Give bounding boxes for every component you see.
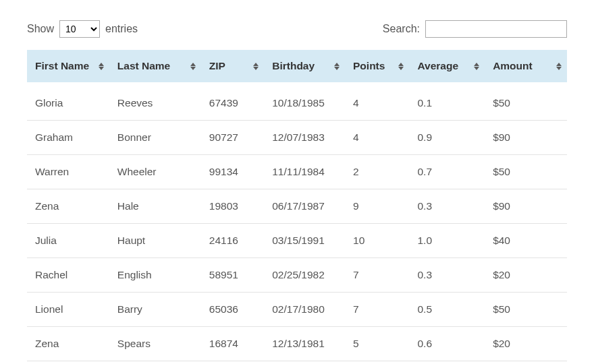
sort-icon [474, 63, 479, 70]
col-birthday[interactable]: Birthday [264, 50, 345, 82]
cell-points: 4 [345, 82, 409, 121]
sort-icon [334, 63, 340, 70]
table-row: JuliaHaupt2411603/15/1991101.0$40 [27, 224, 567, 258]
col-first-name-label: First Name [35, 60, 89, 72]
col-zip[interactable]: ZIP [201, 50, 264, 82]
cell-birthday: 11/11/1984 [264, 155, 345, 189]
cell-points: 7 [345, 258, 409, 293]
cell-first-name: Julia [27, 224, 109, 258]
cell-birthday: 02/17/1980 [264, 293, 345, 327]
cell-first-name: Lionel [27, 293, 109, 327]
search-control: Search: [383, 20, 567, 38]
sort-icon [398, 63, 404, 70]
cell-zip: 99134 [201, 155, 264, 189]
col-average-label: Average [417, 60, 458, 72]
cell-first-name: Zena [27, 327, 109, 361]
table-row: RachelEnglish5895102/25/198270.3$20 [27, 258, 567, 293]
cell-last-name: Hale [109, 189, 201, 224]
cell-last-name: Haupt [109, 224, 201, 258]
cell-last-name: English [109, 258, 201, 293]
cell-points: 7 [345, 293, 409, 327]
table-row: ZenaSpears1687412/13/198150.6$20 [27, 327, 567, 361]
cell-average: 0.5 [409, 293, 485, 327]
cell-last-name: Reeves [109, 82, 201, 121]
table-row: ZenaHale1980306/17/198790.3$90 [27, 189, 567, 224]
table-row: GloriaReeves6743910/18/198540.1$50 [27, 82, 567, 121]
cell-amount: $50 [485, 293, 567, 327]
col-amount-label: Amount [493, 60, 533, 72]
cell-first-name: Zena [27, 189, 109, 224]
table-controls: Show 102550100 entries Search: [27, 20, 567, 38]
cell-zip: 65036 [201, 293, 264, 327]
cell-amount: $50 [485, 155, 567, 189]
cell-zip: 19803 [201, 189, 264, 224]
col-first-name[interactable]: First Name [27, 50, 109, 82]
col-zip-label: ZIP [209, 60, 225, 72]
cell-points: 2 [345, 155, 409, 189]
cell-average: 0.3 [409, 258, 485, 293]
cell-last-name: Barry [109, 293, 201, 327]
cell-first-name: Gloria [27, 82, 109, 121]
cell-amount: $50 [485, 82, 567, 121]
cell-amount: $90 [485, 189, 567, 224]
col-last-name-label: Last Name [117, 60, 170, 72]
cell-average: 1.0 [409, 224, 485, 258]
cell-amount: $90 [485, 121, 567, 155]
cell-average: 0.9 [409, 121, 485, 155]
col-points[interactable]: Points [345, 50, 409, 82]
cell-average: 0.1 [409, 82, 485, 121]
cell-last-name: Wheeler [109, 155, 201, 189]
cell-points: 4 [345, 121, 409, 155]
cell-points: 10 [345, 224, 409, 258]
cell-first-name: Graham [27, 121, 109, 155]
cell-first-name: Rachel [27, 258, 109, 293]
entries-select[interactable]: 102550100 [59, 20, 100, 38]
cell-average: 0.7 [409, 155, 485, 189]
entries-label: entries [105, 23, 138, 35]
search-label: Search: [383, 23, 420, 35]
sort-icon [556, 63, 562, 70]
sort-icon [253, 63, 259, 70]
cell-birthday: 12/13/1981 [264, 327, 345, 361]
cell-birthday: 12/07/1983 [264, 121, 345, 155]
cell-birthday: 02/25/1982 [264, 258, 345, 293]
cell-birthday: 06/17/1987 [264, 189, 345, 224]
cell-average: 0.3 [409, 189, 485, 224]
cell-birthday: 10/18/1985 [264, 82, 345, 121]
table-row: WarrenWheeler9913411/11/198420.7$50 [27, 155, 567, 189]
cell-first-name: Warren [27, 155, 109, 189]
col-average[interactable]: Average [409, 50, 485, 82]
search-input[interactable] [425, 20, 567, 38]
data-table: First Name Last Name ZIP [27, 50, 567, 361]
show-label: Show [27, 23, 54, 35]
cell-amount: $20 [485, 258, 567, 293]
col-last-name[interactable]: Last Name [109, 50, 201, 82]
entries-length-control: Show 102550100 entries [27, 20, 138, 38]
cell-points: 9 [345, 189, 409, 224]
cell-zip: 24116 [201, 224, 264, 258]
col-points-label: Points [353, 60, 385, 72]
table-row: GrahamBonner9072712/07/198340.9$90 [27, 121, 567, 155]
sort-icon [99, 63, 104, 70]
col-amount[interactable]: Amount [485, 50, 567, 82]
cell-zip: 67439 [201, 82, 264, 121]
cell-zip: 16874 [201, 327, 264, 361]
cell-amount: $40 [485, 224, 567, 258]
cell-amount: $20 [485, 327, 567, 361]
cell-last-name: Spears [109, 327, 201, 361]
cell-points: 5 [345, 327, 409, 361]
cell-last-name: Bonner [109, 121, 201, 155]
cell-zip: 90727 [201, 121, 264, 155]
table-row: LionelBarry6503602/17/198070.5$50 [27, 293, 567, 327]
cell-zip: 58951 [201, 258, 264, 293]
sort-icon [190, 63, 196, 70]
cell-average: 0.6 [409, 327, 485, 361]
col-birthday-label: Birthday [272, 60, 315, 72]
cell-birthday: 03/15/1991 [264, 224, 345, 258]
